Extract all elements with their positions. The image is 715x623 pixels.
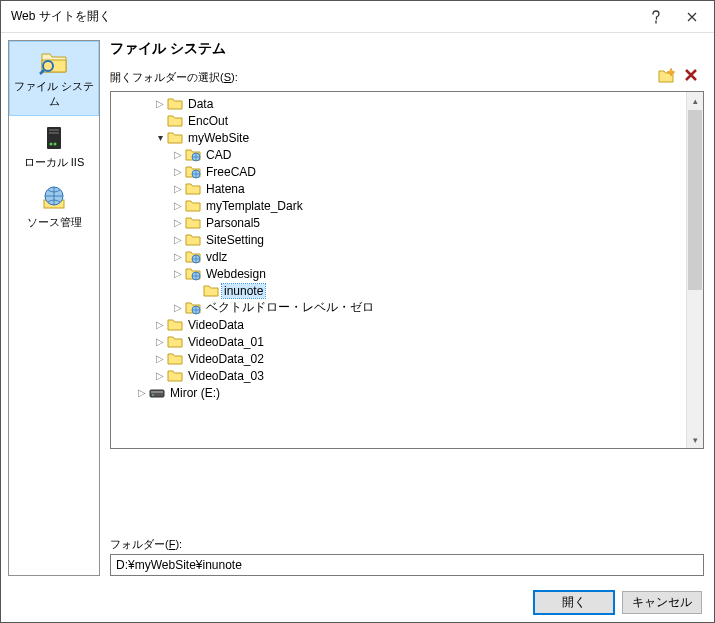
tree-label[interactable]: ベクトルドロー・レベル・ゼロ — [204, 299, 376, 316]
tree-label[interactable]: Parsonal5 — [204, 216, 262, 230]
chevron-right-icon[interactable]: ▷ — [153, 336, 167, 347]
sidebar-label: ソース管理 — [27, 216, 82, 228]
tree-row[interactable]: ▷VideoData_01 — [111, 333, 703, 350]
open-button[interactable]: 開く — [534, 591, 614, 614]
server-icon — [40, 124, 68, 152]
sidebar-item-filesystem[interactable]: ファイル システム — [9, 41, 99, 116]
folder-path-label: フォルダー(F): — [110, 537, 704, 552]
tree-label[interactable]: myTemplate_Dark — [204, 199, 305, 213]
new-folder-button[interactable] — [658, 68, 676, 87]
svg-rect-4 — [49, 132, 59, 134]
tree-row[interactable]: ▷myTemplate_Dark — [111, 197, 703, 214]
chevron-right-icon[interactable]: ▷ — [171, 217, 185, 228]
chevron-right-icon[interactable]: ▷ — [153, 98, 167, 109]
tree-label[interactable]: Miror (E:) — [168, 386, 222, 400]
delete-button[interactable] — [684, 68, 698, 87]
new-folder-icon — [658, 68, 676, 84]
tree-label[interactable]: FreeCAD — [204, 165, 258, 179]
chevron-right-icon[interactable]: ▷ — [171, 302, 185, 313]
tree-row[interactable]: ▷FreeCAD — [111, 163, 703, 180]
tree-row[interactable]: ▷VideoData — [111, 316, 703, 333]
svg-rect-15 — [151, 391, 163, 393]
svg-point-6 — [54, 143, 57, 146]
tree-row[interactable]: ▷Parsonal5 — [111, 214, 703, 231]
chevron-right-icon[interactable]: ▷ — [171, 234, 185, 245]
chevron-right-icon[interactable]: ▷ — [153, 370, 167, 381]
tree-row[interactable]: ▷VideoData_03 — [111, 367, 703, 384]
help-icon — [651, 10, 661, 24]
main-heading: ファイル システム — [110, 40, 704, 58]
select-row: 開くフォルダーの選択(S): — [110, 68, 704, 87]
svg-rect-3 — [49, 129, 59, 131]
chevron-right-icon[interactable]: ▷ — [171, 200, 185, 211]
scrollbar-thumb[interactable] — [688, 110, 702, 290]
tree-row[interactable]: ▷Miror (E:) — [111, 384, 703, 401]
chevron-right-icon[interactable]: ▷ — [153, 319, 167, 330]
scroll-down-icon[interactable]: ▾ — [687, 431, 703, 448]
tree-row[interactable]: ▷CAD — [111, 146, 703, 163]
tree-label[interactable]: EncOut — [186, 114, 230, 128]
chevron-right-icon[interactable]: ▷ — [135, 387, 149, 398]
scrollbar[interactable]: ▴ ▾ — [686, 92, 703, 448]
chevron-right-icon[interactable]: ▷ — [153, 353, 167, 364]
window-title: Web サイトを開く — [11, 8, 638, 25]
sidebar-label: ファイル システム — [14, 80, 94, 107]
svg-point-5 — [50, 143, 53, 146]
tree-row[interactable]: inunote — [111, 282, 703, 299]
select-folder-label: 開くフォルダーの選択(S): — [110, 70, 658, 85]
svg-point-16 — [152, 394, 154, 396]
tree-row[interactable]: ▷vdlz — [111, 248, 703, 265]
help-button[interactable] — [638, 1, 674, 33]
tree-label[interactable]: Hatena — [204, 182, 247, 196]
tree-label[interactable]: myWebSite — [186, 131, 251, 145]
globe-icon — [40, 184, 68, 212]
chevron-down-icon[interactable]: ▾ — [153, 132, 167, 143]
folder-field: フォルダー(F): — [110, 537, 704, 576]
tree-row[interactable]: ▾myWebSite — [111, 129, 703, 146]
tree-row[interactable]: ▷Data — [111, 95, 703, 112]
tree-label[interactable]: VideoData_03 — [186, 369, 266, 383]
tree-label[interactable]: VideoData — [186, 318, 246, 332]
tree-label[interactable]: VideoData_02 — [186, 352, 266, 366]
chevron-right-icon[interactable]: ▷ — [171, 149, 185, 160]
scroll-up-icon[interactable]: ▴ — [687, 92, 703, 109]
sidebar: ファイル システム ローカル IIS ソース管理 — [8, 40, 100, 576]
close-button[interactable] — [674, 1, 710, 33]
close-icon — [687, 12, 697, 22]
tree-row[interactable]: ▷Hatena — [111, 180, 703, 197]
delete-icon — [684, 68, 698, 82]
sidebar-item-source[interactable]: ソース管理 — [9, 176, 99, 236]
chevron-right-icon[interactable]: ▷ — [171, 251, 185, 262]
cancel-button[interactable]: キャンセル — [622, 591, 702, 614]
chevron-right-icon[interactable]: ▷ — [171, 183, 185, 194]
titlebar: Web サイトを開く — [1, 1, 714, 33]
tree-row[interactable]: EncOut — [111, 112, 703, 129]
sidebar-item-iis[interactable]: ローカル IIS — [9, 116, 99, 176]
tree-row[interactable]: ▷SiteSetting — [111, 231, 703, 248]
chevron-right-icon[interactable]: ▷ — [171, 166, 185, 177]
sidebar-label: ローカル IIS — [24, 156, 85, 168]
svg-line-1 — [40, 70, 44, 74]
tree-label[interactable]: vdlz — [204, 250, 229, 264]
tree-row[interactable]: ▷ベクトルドロー・レベル・ゼロ — [111, 299, 703, 316]
tree-label[interactable]: Data — [186, 97, 215, 111]
content: ファイル システム ローカル IIS ソース管理 ファイル システム — [1, 33, 714, 583]
tree-label[interactable]: SiteSetting — [204, 233, 266, 247]
main-panel: ファイル システム 開くフォルダーの選択(S): — [104, 33, 714, 583]
tree-row[interactable]: ▷VideoData_02 — [111, 350, 703, 367]
tree-label[interactable]: Webdesign — [204, 267, 268, 281]
button-row: 開く キャンセル — [1, 583, 714, 622]
filesystem-icon — [38, 50, 70, 76]
toolbar-icons — [658, 68, 704, 87]
chevron-right-icon[interactable]: ▷ — [171, 268, 185, 279]
tree-row[interactable]: ▷Webdesign — [111, 265, 703, 282]
tree-label[interactable]: VideoData_01 — [186, 335, 266, 349]
folder-path-input[interactable] — [110, 554, 704, 576]
folder-tree[interactable]: ▷DataEncOut▾myWebSite▷CAD▷FreeCAD▷Hatena… — [110, 91, 704, 449]
tree-label[interactable]: inunote — [222, 284, 265, 298]
tree-label[interactable]: CAD — [204, 148, 233, 162]
